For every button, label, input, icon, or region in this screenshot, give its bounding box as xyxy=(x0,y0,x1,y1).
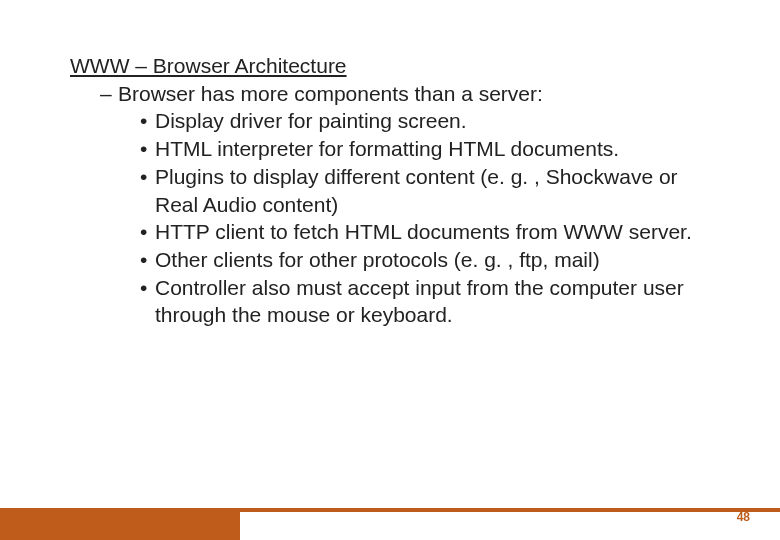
slide-subtitle-row: – Browser has more components than a ser… xyxy=(100,80,720,108)
slide-title: WWW – Browser Architecture xyxy=(70,52,720,80)
bullet-text: Controller also must accept input from t… xyxy=(155,274,720,329)
list-item: • Display driver for painting screen. xyxy=(140,107,720,135)
bullet-dot-icon: • xyxy=(140,218,155,246)
bullet-list: • Display driver for painting screen. • … xyxy=(140,107,720,329)
page-number: 48 xyxy=(737,510,750,524)
footer-accent-block xyxy=(0,512,240,540)
slide: WWW – Browser Architecture – Browser has… xyxy=(0,0,780,540)
bullet-dot-icon: • xyxy=(140,274,155,329)
bullet-text: HTML interpreter for formatting HTML doc… xyxy=(155,135,720,163)
slide-subtitle: Browser has more components than a serve… xyxy=(118,80,720,108)
bullet-dot-icon: • xyxy=(140,246,155,274)
bullet-dot-icon: • xyxy=(140,135,155,163)
bullet-dot-icon: • xyxy=(140,107,155,135)
list-item: • Plugins to display different content (… xyxy=(140,163,720,218)
slide-footer: 48 xyxy=(0,476,780,540)
list-item: • HTTP client to fetch HTML documents fr… xyxy=(140,218,720,246)
bullet-text: HTTP client to fetch HTML documents from… xyxy=(155,218,720,246)
bullet-dot-icon: • xyxy=(140,163,155,218)
list-item: • HTML interpreter for formatting HTML d… xyxy=(140,135,720,163)
bullet-text: Other clients for other protocols (e. g.… xyxy=(155,246,720,274)
dash-bullet: – xyxy=(100,80,118,108)
bullet-text: Display driver for painting screen. xyxy=(155,107,720,135)
slide-content: WWW – Browser Architecture – Browser has… xyxy=(70,52,720,329)
list-item: • Controller also must accept input from… xyxy=(140,274,720,329)
bullet-text: Plugins to display different content (e.… xyxy=(155,163,720,218)
list-item: • Other clients for other protocols (e. … xyxy=(140,246,720,274)
